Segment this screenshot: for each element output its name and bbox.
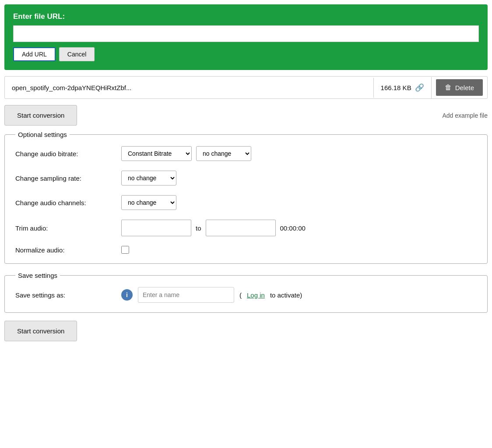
conversion-top-area: Start conversion Add example file [4,105,488,126]
optional-settings-legend: Optional settings [15,131,70,138]
trim-to-label: to [196,224,201,232]
bitrate-row: Change audio bitrate: Constant Bitrate V… [15,146,477,161]
start-conversion-top-button[interactable]: Start conversion [4,105,77,126]
url-panel-label: Enter file URL: [13,12,479,21]
info-icon: i [121,289,133,301]
sampling-row: Change sampling rate: no change 8000 Hz … [15,171,477,186]
add-example-file-link[interactable]: Add example file [442,112,488,119]
trim-start-input[interactable] [121,220,191,236]
save-row: Save settings as: i ( Log in to activate… [15,287,477,303]
start-conversion-bottom-button[interactable]: Start conversion [4,321,77,341]
sampling-label: Change sampling rate: [15,175,116,182]
bitrate-label: Change audio bitrate: [15,150,116,158]
channels-select[interactable]: no change 1 (Mono) 2 (Stereo) [121,195,176,210]
trim-controls: to 00:00:00 [121,220,306,236]
login-link[interactable]: Log in [247,291,265,299]
save-name-input[interactable] [138,287,234,303]
trim-label: Trim audio: [15,224,116,232]
conversion-bottom-area: Start conversion [4,321,488,341]
url-buttons: Add URL Cancel [13,47,479,61]
channels-controls: no change 1 (Mono) 2 (Stereo) [121,195,176,210]
normalize-checkbox[interactable] [121,246,129,254]
normalize-controls [121,246,129,254]
login-prefix-text: ( [239,291,242,299]
url-panel: Enter file URL: Add URL Cancel [4,4,488,70]
file-name: open_spotify_com-2dpaYNEQHiRxtZbf... [5,78,374,98]
trim-row: Trim audio: to 00:00:00 [15,220,477,236]
bitrate-type-select[interactable]: Constant Bitrate Variable Bitrate [121,146,192,161]
delete-label: Delete [455,84,474,91]
file-size-cell: 166.18 KB 🔗 [374,77,432,98]
save-settings-fieldset: Save settings Save settings as: i ( Log … [4,272,488,313]
url-input[interactable] [13,25,479,42]
save-settings-legend: Save settings [15,272,60,279]
file-row: open_spotify_com-2dpaYNEQHiRxtZbf... 166… [4,76,488,99]
optional-settings-fieldset: Optional settings Change audio bitrate: … [4,131,488,264]
normalize-row: Normalize audio: [15,246,477,254]
channels-label: Change audio channels: [15,199,116,206]
trim-end-input[interactable] [206,220,276,236]
login-suffix-text: to activate) [270,291,302,299]
cancel-button[interactable]: Cancel [59,47,95,61]
trash-icon: 🗑 [445,84,452,91]
sampling-controls: no change 8000 Hz 11025 Hz 22050 Hz 4410… [121,171,176,186]
save-as-label: Save settings as: [15,291,116,299]
channels-row: Change audio channels: no change 1 (Mono… [15,195,477,210]
link-icon: 🔗 [415,83,424,92]
delete-button[interactable]: 🗑 Delete [436,79,483,96]
bitrate-value-select[interactable]: no change 32 kbps 64 kbps 128 kbps 192 k… [196,146,251,161]
trim-duration-text: 00:00:00 [280,224,306,232]
bitrate-controls: Constant Bitrate Variable Bitrate no cha… [121,146,251,161]
sampling-select[interactable]: no change 8000 Hz 11025 Hz 22050 Hz 4410… [121,171,176,186]
add-url-button[interactable]: Add URL [13,47,56,61]
file-size-text: 166.18 KB [381,84,411,91]
normalize-label: Normalize audio: [15,246,116,254]
